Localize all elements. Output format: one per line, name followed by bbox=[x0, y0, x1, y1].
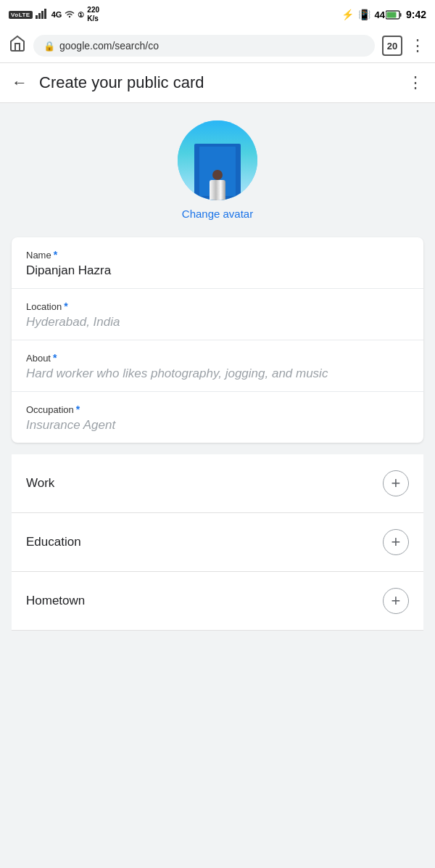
occupation-field[interactable]: Occupation * Insurance Agent bbox=[12, 392, 423, 443]
home-button[interactable] bbox=[9, 35, 26, 57]
work-section[interactable]: Work + bbox=[12, 454, 423, 513]
page-title: Create your public card bbox=[39, 73, 407, 92]
content-area: Change avatar Name * Dipanjan Hazra Loca… bbox=[0, 103, 435, 660]
network-type: 4G bbox=[51, 10, 62, 19]
header-more-button[interactable]: ⋮ bbox=[407, 73, 423, 92]
occupation-placeholder[interactable]: Insurance Agent bbox=[26, 418, 409, 433]
bottom-space bbox=[12, 631, 423, 660]
form-card: Name * Dipanjan Hazra Location * Hyderab… bbox=[12, 237, 423, 443]
name-value[interactable]: Dipanjan Hazra bbox=[26, 263, 409, 278]
svg-point-4 bbox=[69, 16, 70, 17]
location-label: Location * bbox=[26, 300, 409, 312]
page-header: ← Create your public card ⋮ bbox=[0, 63, 435, 103]
sim-indicator: ① bbox=[78, 11, 84, 19]
change-avatar-button[interactable]: Change avatar bbox=[182, 208, 253, 220]
hometown-label: Hometown bbox=[26, 594, 85, 608]
svg-rect-0 bbox=[36, 15, 38, 19]
url-bar[interactable]: 🔒 google.com/search/co bbox=[33, 35, 375, 57]
education-label: Education bbox=[26, 535, 81, 549]
about-placeholder[interactable]: Hard worker who likes photography, joggi… bbox=[26, 367, 409, 381]
signal-strength bbox=[36, 9, 49, 20]
location-placeholder[interactable]: Hyderabad, India bbox=[26, 315, 409, 329]
hometown-section[interactable]: Hometown + bbox=[12, 572, 423, 631]
work-label: Work bbox=[26, 476, 54, 491]
status-left: VoLTE 4G ① 220 K/s bbox=[9, 6, 99, 23]
education-expand-button[interactable]: + bbox=[383, 529, 409, 555]
location-required: * bbox=[64, 300, 67, 312]
name-label: Name * bbox=[26, 249, 409, 261]
occupation-label: Occupation * bbox=[26, 404, 409, 415]
name-field[interactable]: Name * Dipanjan Hazra bbox=[12, 237, 423, 289]
battery-level: 44 bbox=[375, 9, 402, 20]
work-expand-button[interactable]: + bbox=[383, 470, 409, 496]
back-button[interactable]: ← bbox=[12, 73, 28, 92]
status-bar: VoLTE 4G ① 220 K/s ⚡ 📳 4 bbox=[0, 0, 435, 29]
svg-rect-3 bbox=[44, 9, 46, 19]
about-label: About * bbox=[26, 352, 409, 364]
lock-icon: 🔒 bbox=[44, 41, 55, 52]
name-required: * bbox=[54, 249, 57, 261]
svg-rect-2 bbox=[41, 11, 44, 19]
svg-rect-7 bbox=[386, 12, 396, 17]
status-right: ⚡ 📳 44 9:42 bbox=[341, 9, 427, 20]
occupation-required: * bbox=[76, 404, 80, 415]
svg-rect-1 bbox=[38, 13, 41, 19]
about-required: * bbox=[53, 352, 57, 364]
avatar[interactable] bbox=[178, 120, 257, 200]
location-field[interactable]: Location * Hyderabad, India bbox=[12, 289, 423, 340]
education-section[interactable]: Education + bbox=[12, 513, 423, 572]
browser-more-button[interactable]: ⋮ bbox=[410, 36, 426, 55]
volte-badge: VoLTE bbox=[9, 11, 33, 19]
url-text: google.com/search/co bbox=[59, 40, 159, 52]
about-field[interactable]: About * Hard worker who likes photograph… bbox=[12, 340, 423, 392]
browser-bar: 🔒 google.com/search/co 20 ⋮ bbox=[0, 29, 435, 63]
vibrate-icon: 📳 bbox=[358, 9, 370, 20]
hometown-expand-button[interactable]: + bbox=[383, 588, 409, 614]
time: 9:42 bbox=[406, 9, 426, 20]
wifi-icon bbox=[65, 9, 75, 20]
data-speed: 220 K/s bbox=[87, 6, 99, 23]
avatar-section: Change avatar bbox=[12, 120, 423, 220]
bluetooth-icon: ⚡ bbox=[341, 9, 354, 20]
svg-rect-6 bbox=[399, 13, 401, 17]
tab-count[interactable]: 20 bbox=[382, 36, 402, 56]
